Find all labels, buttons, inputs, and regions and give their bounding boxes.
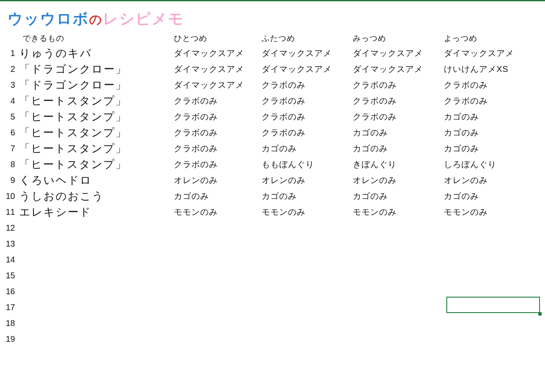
row-number: 4	[0, 96, 19, 106]
title-part-2: の	[89, 11, 103, 28]
cell-ingredient[interactable]: カゴのみ	[444, 143, 540, 154]
cell-ingredient[interactable]: クラボのみ	[174, 111, 262, 122]
cell-ingredient[interactable]: カゴのみ	[444, 191, 540, 202]
table-row: 4「ヒートスタンプ」クラボのみクラボのみクラボのみクラボのみ	[0, 93, 545, 109]
cell-ingredient[interactable]: ダイマックスアメ	[262, 48, 353, 59]
row-number: 8	[0, 160, 19, 169]
cell-ingredient[interactable]: ダイマックスアメ	[174, 48, 262, 59]
table-row: 7「ヒートスタンプ」クラボのみカゴのみカゴのみカゴのみ	[0, 140, 545, 156]
spreadsheet-selection[interactable]	[446, 297, 540, 313]
cell-ingredient[interactable]: モモンのみ	[353, 206, 444, 218]
row-number: 2	[0, 64, 19, 74]
table-row: 3「ドラゴンクロー」ダイマックスアメクラボのみクラボのみクラボのみ	[0, 77, 545, 93]
cell-result[interactable]: 「ヒートスタンプ」	[19, 94, 174, 108]
page-title: ウッウロボ の レシピメモ	[0, 1, 545, 32]
cell-ingredient[interactable]: カゴのみ	[174, 191, 262, 202]
cell-ingredient[interactable]: クラボのみ	[353, 95, 444, 107]
table-row: 6「ヒートスタンプ」クラボのみクラボのみカゴのみカゴのみ	[0, 125, 545, 140]
cell-result[interactable]: 「ドラゴンクロー」	[19, 62, 174, 76]
table-row: 9くろいヘドロオレンのみオレンのみオレンのみオレンのみ	[0, 172, 545, 188]
row-number: 11	[0, 207, 19, 217]
row-number: 13	[0, 239, 19, 249]
row-number: 7	[0, 144, 19, 153]
cell-ingredient[interactable]: カゴのみ	[353, 191, 444, 202]
cell-result[interactable]: 「ヒートスタンプ」	[19, 141, 174, 156]
cell-ingredient[interactable]: クラボのみ	[353, 79, 444, 91]
row-number: 10	[0, 191, 19, 201]
table-row: 18	[0, 315, 545, 331]
row-number: 6	[0, 128, 19, 137]
cell-ingredient[interactable]: クラボのみ	[262, 111, 353, 122]
cell-ingredient[interactable]: けいけんアメXS	[444, 64, 540, 75]
header-ingredient-2: ふたつめ	[262, 33, 353, 44]
cell-ingredient[interactable]: オレンのみ	[174, 175, 262, 186]
cell-ingredient[interactable]: モモンのみ	[174, 206, 262, 218]
cell-ingredient[interactable]: ダイマックスアメ	[444, 48, 540, 59]
cell-result[interactable]: 「ヒートスタンプ」	[19, 125, 174, 140]
table-row: 11エレキシードモモンのみモモンのみモモンのみモモンのみ	[0, 204, 545, 220]
cell-ingredient[interactable]: クラボのみ	[353, 111, 444, 122]
cell-ingredient[interactable]: ダイマックスアメ	[262, 64, 353, 75]
cell-result[interactable]: 「ドラゴンクロー」	[19, 78, 174, 92]
cell-ingredient[interactable]: クラボのみ	[444, 79, 540, 91]
table-row: 1りゅうのキバダイマックスアメダイマックスアメダイマックスアメダイマックスアメ	[0, 45, 545, 61]
cell-ingredient[interactable]: カゴのみ	[353, 143, 444, 154]
cell-ingredient[interactable]: ダイマックスアメ	[174, 64, 262, 75]
row-number: 15	[0, 271, 19, 280]
cell-ingredient[interactable]: ダイマックスアメ	[353, 48, 444, 59]
table-row: 5「ヒートスタンプ」クラボのみクラボのみクラボのみカゴのみ	[0, 109, 545, 125]
table-row: 19	[0, 331, 545, 347]
cell-ingredient[interactable]: クラボのみ	[262, 95, 353, 107]
title-part-3: レシピメモ	[103, 9, 184, 29]
row-number: 14	[0, 255, 19, 265]
cell-ingredient[interactable]: オレンのみ	[262, 175, 353, 186]
row-number: 9	[0, 176, 19, 185]
table-row: 8「ヒートスタンプ」クラボのみももぼんぐりきぼんぐりしろぼんぐり	[0, 156, 545, 172]
row-number: 12	[0, 223, 19, 233]
cell-ingredient[interactable]: クラボのみ	[444, 95, 540, 107]
table-row: 15	[0, 267, 545, 283]
cell-ingredient[interactable]: クラボのみ	[174, 95, 262, 107]
cell-ingredient[interactable]: モモンのみ	[262, 206, 353, 218]
table-row: 10うしおのおこうカゴのみカゴのみカゴのみカゴのみ	[0, 188, 545, 204]
cell-ingredient[interactable]: クラボのみ	[262, 127, 353, 138]
selection-fill-handle[interactable]	[538, 312, 542, 316]
cell-result[interactable]: 「ヒートスタンプ」	[19, 157, 174, 172]
cell-ingredient[interactable]: クラボのみ	[174, 159, 262, 170]
cell-result[interactable]: エレキシード	[19, 205, 174, 219]
header-ingredient-1: ひとつめ	[174, 33, 262, 44]
row-number: 5	[0, 112, 19, 122]
table-row: 14	[0, 252, 545, 267]
header-ingredient-3: みっつめ	[353, 33, 444, 44]
cell-ingredient[interactable]: カゴのみ	[444, 111, 540, 122]
cell-ingredient[interactable]: カゴのみ	[444, 127, 540, 138]
cell-ingredient[interactable]: クラボのみ	[262, 79, 353, 91]
cell-ingredient[interactable]: カゴのみ	[353, 127, 444, 138]
cell-ingredient[interactable]: ダイマックスアメ	[174, 79, 262, 91]
cell-ingredient[interactable]: カゴのみ	[262, 143, 353, 154]
header-ingredient-4: よっつめ	[444, 33, 540, 44]
row-number: 19	[0, 334, 19, 344]
cell-ingredient[interactable]: きぼんぐり	[353, 159, 444, 170]
cell-ingredient[interactable]: ももぼんぐり	[262, 159, 353, 170]
cell-ingredient[interactable]: ダイマックスアメ	[353, 64, 444, 75]
table-header-row: できるもの ひとつめ ふたつめ みっつめ よっつめ	[0, 32, 545, 45]
row-number: 17	[0, 303, 19, 312]
cell-ingredient[interactable]: オレンのみ	[353, 175, 444, 186]
table-row: 13	[0, 236, 545, 252]
cell-result[interactable]: りゅうのキバ	[19, 46, 174, 61]
cell-ingredient[interactable]: クラボのみ	[174, 143, 262, 154]
cell-result[interactable]: うしおのおこう	[19, 189, 174, 204]
table-row: 12	[0, 220, 545, 236]
cell-ingredient[interactable]: クラボのみ	[174, 127, 262, 138]
cell-ingredient[interactable]: カゴのみ	[262, 191, 353, 202]
cell-ingredient[interactable]: モモンのみ	[444, 206, 540, 218]
cell-result[interactable]: くろいヘドロ	[19, 173, 174, 188]
cell-ingredient[interactable]: オレンのみ	[444, 175, 540, 186]
title-part-1: ウッウロボ	[8, 9, 89, 29]
cell-ingredient[interactable]: しろぼんぐり	[444, 159, 540, 170]
row-number: 1	[0, 48, 19, 58]
table-row: 2「ドラゴンクロー」ダイマックスアメダイマックスアメダイマックスアメけいけんアメ…	[0, 61, 545, 77]
cell-result[interactable]: 「ヒートスタンプ」	[19, 109, 174, 124]
row-number: 18	[0, 318, 19, 328]
